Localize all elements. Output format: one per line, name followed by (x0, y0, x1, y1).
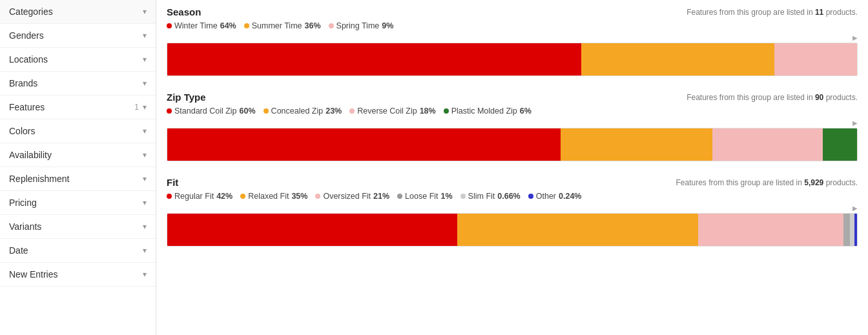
legend-label-fit-5: Other (536, 192, 556, 201)
section-header-season: SeasonFeatures from this group are liste… (167, 6, 858, 17)
legend-value-zip-type-0: 60% (240, 107, 256, 116)
bar-zip-type (167, 128, 858, 161)
legend-label-season-2: Spring Time (336, 21, 380, 30)
legend-label-fit-1: Relaxed Fit (248, 192, 289, 201)
sidebar-label-locations: Locations (9, 54, 48, 65)
sidebar-item-locations[interactable]: Locations▾ (0, 48, 156, 72)
section-header-fit: FitFeatures from this group are listed i… (167, 177, 858, 188)
chevron-down-icon: ▾ (143, 127, 147, 136)
legend-dot-icon (397, 194, 402, 199)
legend-label-fit-0: Regular Fit (174, 192, 214, 201)
legend-item-fit-2: Oversized Fit 21% (315, 192, 389, 201)
legend-item-season-0: Winter Time 64% (167, 21, 236, 30)
legend-value-fit-0: 42% (216, 192, 232, 201)
sidebar-item-new-entries[interactable]: New Entries▾ (0, 263, 156, 287)
sidebar-label-features: Features (9, 102, 45, 112)
legend-dot-icon (240, 194, 245, 199)
sidebar-item-genders[interactable]: Genders▾ (0, 24, 156, 48)
legend-dot-icon (167, 194, 172, 199)
legend-dot-icon (264, 108, 269, 114)
legend-dot-icon (349, 108, 355, 114)
legend-row-season: Winter Time 64%Summer Time 36%Spring Tim… (167, 21, 858, 30)
legend-dot-icon (528, 194, 533, 199)
sidebar-item-features[interactable]: Features1▾ (0, 96, 156, 119)
legend-item-zip-type-3: Plastic Molded Zip 6% (444, 107, 532, 116)
legend-label-season-0: Winter Time (174, 21, 218, 30)
sidebar-label-genders: Genders (9, 30, 44, 41)
legend-value-zip-type-2: 18% (420, 107, 436, 116)
legend-row-zip-type: Standard Coil Zip 60%Concealed Zip 23%Re… (167, 107, 858, 116)
bar-segment-zip-type-0 (167, 128, 561, 161)
bar-segment-season-1 (581, 43, 774, 76)
bar-segment-fit-3 (843, 214, 851, 246)
sidebar-item-variants[interactable]: Variants▾ (0, 215, 156, 239)
legend-value-zip-type-1: 23% (326, 107, 342, 116)
legend-label-fit-4: Slim Fit (468, 192, 495, 201)
chevron-down-icon: ▾ (143, 246, 147, 255)
legend-value-fit-2: 21% (373, 192, 389, 201)
bar-segment-fit-2 (698, 214, 843, 246)
scroll-right-arrow-icon[interactable]: ▶ (852, 119, 858, 127)
section-title-zip-type: Zip Type (167, 92, 206, 103)
sidebar-badge-features: 1 (134, 103, 139, 112)
sidebar-item-availability[interactable]: Availability▾ (0, 143, 156, 167)
section-zip-type: Zip TypeFeatures from this group are lis… (167, 92, 858, 161)
legend-dot-icon (444, 108, 449, 114)
sidebar-label-new-entries: New Entries (9, 269, 57, 279)
chevron-down-icon: ▾ (143, 7, 147, 16)
main-content: SeasonFeatures from this group are liste… (156, 0, 868, 335)
bar-segment-season-0 (167, 43, 581, 76)
chevron-down-icon: ▾ (143, 31, 147, 40)
section-meta-fit: Features from this group are listed in 5… (676, 178, 858, 187)
scroll-right-arrow-icon[interactable]: ▶ (852, 205, 858, 212)
section-season: SeasonFeatures from this group are liste… (167, 6, 858, 76)
section-title-season: Season (167, 6, 201, 17)
legend-item-fit-0: Regular Fit 42% (167, 192, 232, 201)
legend-value-fit-3: 1% (441, 192, 453, 201)
bar-season (167, 43, 858, 76)
section-header-zip-type: Zip TypeFeatures from this group are lis… (167, 92, 858, 103)
legend-item-fit-3: Loose Fit 1% (397, 192, 453, 201)
sidebar-label-replenishment: Replenishment (9, 174, 69, 184)
sidebar-label-colors: Colors (9, 126, 35, 136)
bar-segment-fit-0 (167, 214, 457, 246)
legend-dot-icon (244, 23, 249, 28)
legend-item-zip-type-2: Reverse Coil Zip 18% (349, 107, 435, 116)
legend-value-season-0: 64% (220, 21, 236, 30)
section-fit: FitFeatures from this group are listed i… (167, 177, 858, 247)
legend-item-season-1: Summer Time 36% (244, 21, 321, 30)
bar-segment-season-2 (774, 43, 857, 76)
legend-label-zip-type-3: Plastic Molded Zip (451, 107, 517, 116)
sidebar-item-categories[interactable]: Categories▾ (0, 0, 156, 24)
sidebar-label-variants: Variants (9, 221, 41, 232)
legend-label-zip-type-0: Standard Coil Zip (174, 107, 237, 116)
bar-segment-fit-5 (854, 214, 857, 246)
legend-value-season-2: 9% (382, 21, 393, 30)
legend-item-zip-type-1: Concealed Zip 23% (264, 107, 342, 116)
legend-value-fit-1: 35% (291, 192, 307, 201)
bar-fit (167, 213, 858, 247)
sidebar-item-replenishment[interactable]: Replenishment▾ (0, 167, 156, 191)
sidebar-item-pricing[interactable]: Pricing▾ (0, 191, 156, 215)
sidebar: Categories▾Genders▾Locations▾Brands▾Feat… (0, 0, 156, 335)
legend-item-fit-5: Other 0.24% (528, 192, 582, 201)
sidebar-item-colors[interactable]: Colors▾ (0, 119, 156, 143)
legend-dot-icon (167, 23, 172, 28)
legend-label-zip-type-1: Concealed Zip (271, 107, 324, 116)
sidebar-label-categories: Categories (9, 6, 53, 17)
sidebar-label-date: Date (9, 245, 28, 256)
legend-label-fit-3: Loose Fit (405, 192, 438, 201)
chevron-down-icon: ▾ (143, 174, 147, 183)
legend-value-season-1: 36% (305, 21, 321, 30)
sidebar-label-availability: Availability (9, 150, 52, 160)
legend-value-fit-5: 0.24% (559, 192, 581, 201)
scroll-right-arrow-icon[interactable]: ▶ (852, 34, 858, 41)
bar-segment-zip-type-3 (823, 128, 857, 161)
legend-label-season-1: Summer Time (252, 21, 302, 30)
legend-dot-icon (460, 194, 466, 199)
chevron-down-icon: ▾ (143, 103, 147, 112)
sidebar-item-date[interactable]: Date▾ (0, 239, 156, 263)
legend-value-zip-type-3: 6% (520, 107, 532, 116)
legend-row-fit: Regular Fit 42%Relaxed Fit 35%Oversized … (167, 192, 858, 201)
sidebar-item-brands[interactable]: Brands▾ (0, 72, 156, 96)
